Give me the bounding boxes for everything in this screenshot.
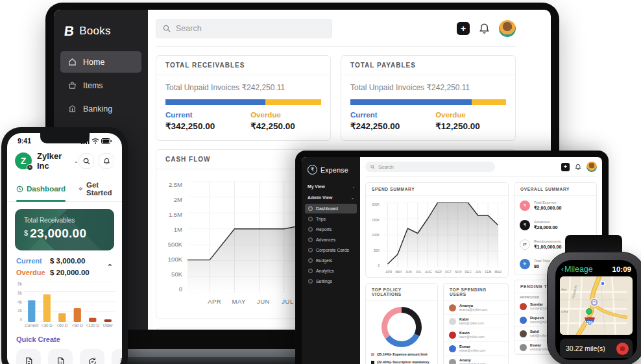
y-tick-label: 2k (14, 308, 22, 313)
spending-user-row[interactable]: Ananya ananya@zylker.com (444, 301, 508, 315)
add-new-button[interactable]: + (561, 163, 570, 171)
summary-icon: ⇄ (520, 239, 530, 250)
sidebar-group-my-view[interactable]: My View › (302, 181, 360, 192)
user-avatar[interactable] (499, 20, 516, 37)
receivables-progress-bar (165, 99, 321, 105)
y-tick-label: 8k (14, 282, 22, 286)
notifications-bell-icon[interactable] (479, 23, 490, 34)
x-tick-label: <90 D (70, 323, 86, 328)
watch-device: ‹ Mileage 10:09 (547, 235, 641, 364)
x-tick-label: APR (208, 298, 221, 305)
payables-progress-bar (350, 99, 506, 105)
sidebar-item-label: Dashboard (316, 206, 338, 211)
quick-create-estimate[interactable]: Estimate (48, 349, 73, 364)
map-view[interactable]: Phelan Av Ave s Ave 28 (560, 276, 633, 335)
quick-create-subscription[interactable]: Subscription (80, 349, 104, 364)
collapse-chevron-icon[interactable]: ⌃ (107, 263, 113, 271)
expense-app-name: Expense (320, 166, 348, 174)
sidebar-item-label: Advances (316, 237, 335, 242)
sidebar-item-settings[interactable]: Settings (305, 276, 357, 286)
sidebar-item-budgets[interactable]: Budgets (305, 256, 357, 265)
books-app-name: Books (79, 25, 111, 38)
phone-tabs: Dashboard Get Started (7, 176, 122, 202)
quick-create-product[interactable]: Product (112, 349, 122, 364)
sidebar-item-dashboard[interactable]: Dashboard (305, 204, 357, 213)
tab-dashboard[interactable]: Dashboard (16, 177, 66, 201)
summary-icon: ₹ (520, 220, 530, 230)
org-logo[interactable]: Z + (15, 152, 32, 169)
y-tick-label: 6k (14, 291, 22, 295)
spending-user-row[interactable]: Eswar eswar@zylker.com (444, 342, 508, 356)
summary-row: ₹ Advances ₹28,000.00 (514, 215, 596, 235)
y-tick-label: 1.5M (162, 211, 182, 218)
total-payables-card: TOTAL PAYABLES Total Unpaid Invoices ₹24… (341, 55, 516, 141)
sidebar-item-reports[interactable]: Reports (305, 224, 357, 234)
search-icon (163, 25, 171, 32)
wifi-icon (91, 138, 99, 144)
sidebar-group-admin-view[interactable]: Admin View ⌄ (302, 192, 360, 203)
group-label: My View (308, 184, 325, 189)
sidebar-item-label: Trips (316, 217, 326, 221)
sidebar-item-items[interactable]: Items (60, 75, 141, 96)
x-tick-label: DEC (465, 271, 472, 274)
y-tick-label: 0 (14, 317, 22, 322)
user-name: Eswar (459, 345, 485, 348)
summary-label: Total Expense (534, 200, 562, 204)
search-input[interactable]: Search (156, 19, 332, 38)
user-avatar (449, 359, 456, 364)
current-bar-segment (350, 99, 472, 105)
back-chevron-icon[interactable]: ‹ (561, 265, 564, 274)
items-icon (68, 81, 77, 90)
sidebar-item-home[interactable]: Home (60, 51, 141, 73)
user-name: Kabir (459, 317, 484, 321)
sidebar-item-corporate-cards[interactable]: Corporate Cards (305, 245, 357, 255)
spending-user-row[interactable]: Anany anany@zylker.com (444, 356, 508, 364)
distance-readout: 30.22 mile(s) (566, 345, 605, 352)
y-tick-label: 50K (162, 271, 182, 278)
user-avatar (520, 344, 527, 351)
org-name[interactable]: Zylker Inc (37, 151, 71, 171)
notifications-bell-icon[interactable] (575, 164, 581, 171)
spending-user-row[interactable]: Kabir kabir@zylker.com (444, 315, 508, 328)
sidebar-item-trips[interactable]: Trips (305, 214, 357, 224)
x-tick-label: Older (101, 323, 116, 328)
legend-item: (32.43%)- Description mandatory (371, 360, 432, 364)
overdue-label: Overdue (250, 111, 295, 119)
watch-body: ‹ Mileage 10:09 (547, 252, 641, 364)
user-avatar (520, 303, 527, 310)
search-input[interactable]: Search (365, 162, 495, 172)
total-receivables-banner[interactable]: Total Receivables $23,000.00 (15, 209, 114, 250)
overdue-value: ₹42,250.00 (250, 121, 295, 131)
spend-summary-chart: 200K150K100K50K0 APRMAYJUNJULAUGSEPOCTNO… (366, 196, 508, 277)
sidebar-item-label: Home (83, 58, 104, 67)
chevron-down-icon: ⌄ (73, 158, 79, 164)
legend-color-swatch (371, 353, 374, 356)
y-tick-label: 500K (162, 241, 182, 248)
sidebar-item-analytics[interactable]: Analytics (305, 266, 357, 276)
notifications-button[interactable] (99, 153, 114, 169)
user-avatar[interactable] (587, 162, 597, 172)
x-tick-label: JUL (282, 298, 293, 305)
add-new-button[interactable]: + (457, 22, 470, 35)
quick-create-invoice[interactable]: Invoice (16, 349, 41, 364)
sidebar-item-advances[interactable]: Advances (305, 235, 357, 245)
sidebar-item-banking[interactable]: Banking (60, 98, 141, 119)
y-tick-label: 2M (162, 196, 182, 203)
stop-recording-button[interactable] (616, 343, 629, 355)
quick-create-title: Quick Create (16, 335, 113, 343)
search-button[interactable] (79, 153, 94, 169)
legend-label: (32.43%)- Description mandatory (377, 360, 429, 364)
tab-get-started[interactable]: Get Started (79, 177, 114, 201)
bank-icon (68, 104, 77, 113)
street-label-ave1: Ave (561, 288, 566, 291)
trip-start-pin (587, 309, 592, 315)
x-tick-label: JUL (416, 271, 422, 274)
spending-user-row[interactable]: Kavin kavin@zylker.com (444, 328, 508, 342)
x-tick-label: MAR (494, 271, 502, 274)
home-icon (68, 58, 77, 66)
watch-app-title[interactable]: Mileage (564, 265, 593, 274)
y-tick-label: 50K (367, 249, 380, 252)
sidebar-item-label: Banking (83, 104, 112, 114)
current-label: Current (16, 257, 50, 265)
card-title: OVERALL SUMMARY (514, 183, 596, 196)
